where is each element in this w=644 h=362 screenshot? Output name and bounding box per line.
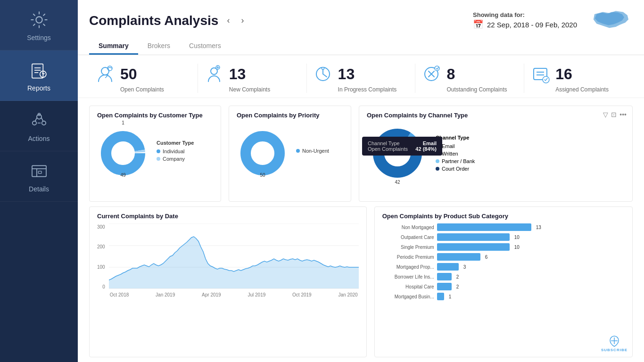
svg-point-0 <box>36 16 42 23</box>
svg-point-30 <box>112 142 134 165</box>
outstanding-label: Outstanding Complaints <box>446 86 507 93</box>
sidebar-item-actions[interactable]: Actions <box>0 101 78 151</box>
stat-assigned-complaints: 16 Assigned Complaints <box>524 64 633 93</box>
tab-customers[interactable]: Customers <box>180 38 231 55</box>
bar-label: Hospital Care <box>382 284 434 289</box>
expand-icon[interactable]: ⊡ <box>611 111 617 118</box>
tab-brokers[interactable]: Brokers <box>138 38 180 55</box>
reports-icon <box>28 59 50 82</box>
x-label-jan2019: Jan 2019 <box>156 292 175 297</box>
subscribe-badge[interactable]: SUBSCRIBE <box>601 334 627 352</box>
bar-value: 10 <box>514 235 520 240</box>
bar-fill <box>437 263 459 271</box>
details-icon <box>28 160 50 182</box>
filter-icon[interactable]: ▽ <box>603 111 608 118</box>
bar-value: 13 <box>536 225 541 230</box>
y-label-200: 200 <box>97 244 105 249</box>
x-label-jan2020: Jan 2020 <box>339 292 358 297</box>
title-area: Complaints Analysis ‹ › <box>89 13 247 28</box>
date-chart: Current Complaints by Date 300 200 100 0 <box>89 206 367 357</box>
product-chart-title: Open Complaints by Product Sub Category <box>382 213 625 220</box>
stat-open-complaints: 50 Open Complaints <box>89 64 198 93</box>
bar-row: Hospital Care2 <box>382 283 625 290</box>
bar-value: 2 <box>456 284 459 289</box>
bar-value: 10 <box>514 245 520 250</box>
bar-label: Borrower Life Ins... <box>382 274 434 280</box>
next-nav-button[interactable]: › <box>238 15 247 26</box>
bar-label: Non Mortgaged <box>382 225 434 230</box>
tooltip-channel-value: Email <box>423 140 437 146</box>
priority-title: Open Complaints by Priority <box>237 112 343 119</box>
tabs: Summary Brokers Customers <box>89 38 633 55</box>
bar-label: Single Premium <box>382 245 434 250</box>
more-icon[interactable]: ••• <box>619 111 627 118</box>
charts-bottom-row: Current Complaints by Date 300 200 100 0 <box>78 202 644 362</box>
bar-label: Periodic Premium <box>382 255 434 260</box>
stats-row: 50 Open Complaints 13 New Complaints <box>78 55 644 98</box>
channel-type-chart: Open Complaints by Channel Type ▽ ⊡ ••• … <box>359 106 633 202</box>
customer-top-label: 1 <box>122 120 124 125</box>
bar-row: Mortgaged Busin...1 <box>382 293 625 300</box>
svg-text:50: 50 <box>260 173 265 178</box>
sidebar-item-details[interactable]: Details <box>0 151 78 202</box>
svg-point-7 <box>32 121 36 125</box>
settings-icon <box>28 8 50 31</box>
svg-rect-1 <box>32 64 43 78</box>
bar-fill <box>437 293 444 300</box>
bar-row: Mortgaged Prop...3 <box>382 263 625 271</box>
svg-point-8 <box>41 121 45 125</box>
legend-non-urgent: Non-Urgent <box>302 148 329 154</box>
tooltip-channel-label: Channel Type <box>368 140 400 146</box>
outstanding-number: 8 <box>446 66 455 83</box>
priority-chart: Open Complaints by Priority 50 Non-Urgen… <box>229 106 351 202</box>
x-label-jul2019: Jul 2019 <box>248 292 265 297</box>
bar-chart-rows: Non Mortgaged13Outpatient Care10Single P… <box>382 223 625 300</box>
showing-label: Showing data for: <box>473 11 577 18</box>
bar-value: 6 <box>485 255 488 260</box>
bar-fill <box>437 243 510 251</box>
sidebar-item-settings[interactable]: Settings <box>0 0 78 50</box>
stat-in-progress-complaints: 13 In Progress Complaints <box>307 64 416 93</box>
bar-row: Non Mortgaged13 <box>382 223 625 231</box>
bar-fill <box>437 283 452 290</box>
in-progress-number: 13 <box>338 66 355 83</box>
bar-value: 1 <box>449 294 452 299</box>
prev-nav-button[interactable]: ‹ <box>224 15 232 26</box>
date-range: 22 Sep, 2018 - 09 Feb, 2020 <box>487 21 577 29</box>
customer-type-title: Open Complaints by Customer Type <box>97 112 213 119</box>
assigned-label: Assigned Complaints <box>555 86 609 93</box>
priority-legend: Non-Urgent <box>296 148 329 156</box>
sidebar: Settings Reports Actions <box>0 0 78 362</box>
charts-top-row: Open Complaints by Customer Type 1 49 Cu… <box>78 98 644 202</box>
open-complaints-number: 50 <box>120 66 137 83</box>
sidebar-item-reports[interactable]: Reports <box>0 50 78 101</box>
outstanding-icon <box>421 64 442 84</box>
legend-email: Email <box>442 143 455 149</box>
stat-outstanding-complaints: 8 Outstanding Complaints <box>415 64 524 93</box>
sidebar-label-actions: Actions <box>28 135 50 142</box>
x-label-apr2019: Apr 2019 <box>202 292 221 297</box>
sidebar-label-settings: Settings <box>27 34 51 41</box>
tab-summary[interactable]: Summary <box>89 38 138 55</box>
tooltip-open-label: Open Complaints <box>368 146 408 152</box>
svg-text:42: 42 <box>395 180 400 184</box>
customer-type-chart: Open Complaints by Customer Type 1 49 Cu… <box>89 106 221 202</box>
y-label-100: 100 <box>97 264 105 270</box>
sidebar-label-details: Details <box>29 185 49 193</box>
calendar-icon: 📅 <box>473 19 483 30</box>
svg-point-23 <box>435 66 439 71</box>
svg-point-6 <box>37 115 41 119</box>
channel-type-title: Open Complaints by Channel Type <box>367 112 625 119</box>
svg-point-33 <box>251 142 274 165</box>
subscribe-icon <box>607 334 621 348</box>
bar-label: Mortgaged Prop... <box>382 264 434 270</box>
channel-tooltip: Channel Type Email Open Complaints 42 (8… <box>362 137 442 156</box>
chart-action-bar: ▽ ⊡ ••• <box>603 111 627 118</box>
new-complaints-icon <box>204 64 224 84</box>
bar-value: 3 <box>463 264 466 270</box>
new-complaints-number: 13 <box>229 66 246 83</box>
legend-partner-bank: Partner / Bank <box>442 158 475 164</box>
bar-fill <box>437 253 480 261</box>
y-label-300: 300 <box>97 224 105 230</box>
assigned-number: 16 <box>555 66 572 83</box>
